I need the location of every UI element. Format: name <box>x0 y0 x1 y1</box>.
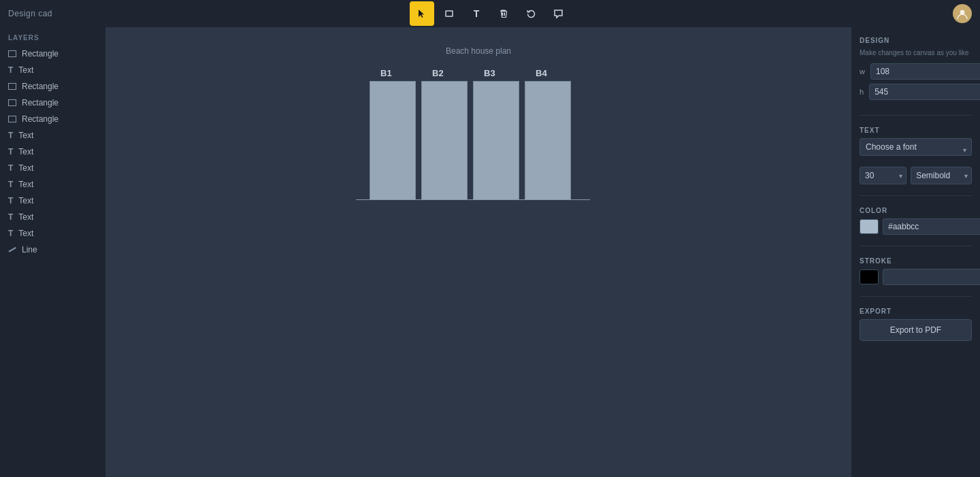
stroke-section: STROKE <box>860 257 972 285</box>
layer-item-7[interactable]: TText <box>0 160 105 176</box>
stroke-swatch[interactable] <box>860 269 879 284</box>
canvas-area[interactable]: Beach house plan B1B2B3B4 <box>106 27 851 477</box>
font-family-select[interactable]: Choose a font Arial Georgia Helvetica <box>860 138 972 156</box>
layer-label: Text <box>18 131 33 140</box>
divider-1 <box>860 115 972 116</box>
canvas-content: B1B2B3B4 <box>370 68 587 200</box>
cursor-tool[interactable] <box>410 1 434 26</box>
layer-item-5[interactable]: TText <box>0 127 105 144</box>
layer-item-0[interactable]: Rectangle <box>0 46 105 62</box>
building-label-b4: B4 <box>536 68 587 78</box>
layer-item-12[interactable]: Line <box>0 242 105 258</box>
building-block-b3[interactable] <box>473 81 519 200</box>
width-input[interactable] <box>870 63 980 80</box>
text-section-title: TEXT <box>860 127 972 134</box>
building-label-b3: B3 <box>484 68 536 78</box>
building-labels: B1B2B3B4 <box>370 68 587 78</box>
text-icon: T <box>8 164 13 172</box>
rectangle-icon <box>8 50 16 57</box>
width-label: w <box>860 67 865 76</box>
layer-label: Text <box>18 163 33 173</box>
layer-item-1[interactable]: TText <box>0 62 105 78</box>
color-section-title: COLOR <box>860 207 972 214</box>
canvas-title: Beach house plan <box>446 46 511 56</box>
font-weight-select[interactable]: Semibold Regular Medium Bold <box>911 167 972 184</box>
text-icon: T <box>8 229 13 237</box>
text-icon: T <box>8 66 13 74</box>
export-pdf-button[interactable]: Export to PDF <box>860 319 972 341</box>
text-icon: T <box>8 131 13 139</box>
building-block-b1[interactable] <box>370 81 416 200</box>
text-section: TEXT Choose a font Arial Georgia Helveti… <box>860 127 972 184</box>
topbar: Design cad T <box>0 0 980 27</box>
layer-label: Text <box>18 180 33 189</box>
layer-item-11[interactable]: TText <box>0 225 105 242</box>
layer-label: Text <box>18 147 33 157</box>
layers-sidebar: LAYERS RectangleTTextRectangleRectangleR… <box>0 27 106 477</box>
rectangle-icon <box>8 83 16 90</box>
toolbar: T <box>410 1 570 26</box>
export-section-title: EXPORT <box>860 308 972 315</box>
building-block-b2[interactable] <box>421 81 468 200</box>
topbar-right <box>953 4 972 23</box>
text-icon: T <box>8 180 13 188</box>
layer-label: Rectangle <box>22 82 59 91</box>
layer-item-4[interactable]: Rectangle <box>0 111 105 127</box>
layers-header: LAYERS <box>0 27 105 46</box>
height-input[interactable] <box>869 84 980 100</box>
rectangle-icon <box>8 116 16 122</box>
layer-label: Text <box>18 229 33 238</box>
rectangle-tool[interactable] <box>437 1 461 26</box>
layer-item-8[interactable]: TText <box>0 176 105 193</box>
building-label-b1: B1 <box>380 68 432 78</box>
layer-item-6[interactable]: TText <box>0 144 105 160</box>
text-icon: T <box>8 197 13 205</box>
layer-item-9[interactable]: TText <box>0 193 105 209</box>
layer-label: Rectangle <box>22 98 59 108</box>
layer-label: Text <box>18 196 33 205</box>
topbar-left: Design cad <box>8 9 52 18</box>
text-icon: T <box>8 213 13 221</box>
layer-item-2[interactable]: Rectangle <box>0 78 105 95</box>
font-size-weight-row: 30 12 14 18 24 36 48 Semibold Regular Me… <box>860 167 972 184</box>
building-label-b2: B2 <box>432 68 484 78</box>
design-section: DESIGN Make changes to canvas as you lik… <box>860 37 972 104</box>
svg-rect-1 <box>446 11 453 16</box>
layer-label: Line <box>22 245 37 254</box>
layer-item-10[interactable]: TText <box>0 209 105 225</box>
svg-marker-0 <box>419 10 424 18</box>
layer-item-3[interactable]: Rectangle <box>0 95 105 111</box>
comment-tool[interactable] <box>546 1 570 26</box>
layer-label: Text <box>18 212 33 222</box>
stroke-section-title: STROKE <box>860 257 972 265</box>
main-layout: LAYERS RectangleTTextRectangleRectangleR… <box>0 27 980 477</box>
reset-tool[interactable] <box>519 1 543 26</box>
color-swatch[interactable] <box>860 219 879 234</box>
export-section: EXPORT Export to PDF <box>860 308 972 341</box>
layer-label: Rectangle <box>22 114 59 124</box>
design-subtitle: Make changes to canvas as you like <box>860 48 972 58</box>
delete-tool[interactable] <box>491 1 516 26</box>
divider-4 <box>860 296 972 297</box>
design-section-title: DESIGN <box>860 37 972 44</box>
layers-list: RectangleTTextRectangleRectangleRectangl… <box>0 46 105 258</box>
avatar[interactable] <box>953 4 972 23</box>
stroke-hex-input[interactable] <box>883 269 980 285</box>
line-icon <box>8 247 16 252</box>
font-size-select[interactable]: 30 12 14 18 24 36 48 <box>860 167 906 184</box>
font-size-wrapper: 30 12 14 18 24 36 48 <box>860 167 906 184</box>
layer-label: Text <box>18 65 33 75</box>
baseline <box>356 199 590 200</box>
color-section: COLOR <box>860 207 972 235</box>
color-row <box>860 218 972 235</box>
right-panel: DESIGN Make changes to canvas as you lik… <box>851 27 980 477</box>
font-select-wrapper: Choose a font Arial Georgia Helvetica <box>860 138 972 161</box>
building-block-b4[interactable] <box>525 81 571 200</box>
buildings-row <box>370 81 576 200</box>
height-row: h <box>860 84 972 100</box>
app-title: Design cad <box>8 9 52 18</box>
color-hex-input[interactable] <box>883 218 980 235</box>
text-tool[interactable]: T <box>464 1 489 26</box>
height-label: h <box>860 88 864 96</box>
width-row: w <box>860 63 972 80</box>
